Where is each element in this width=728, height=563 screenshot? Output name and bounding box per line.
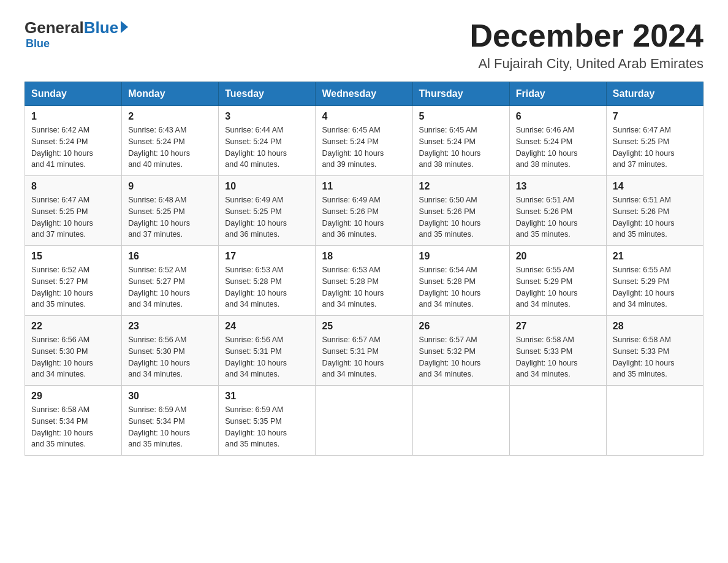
logo-arrow-icon xyxy=(121,21,128,33)
calendar-week-row: 1 Sunrise: 6:42 AM Sunset: 5:24 PM Dayli… xyxy=(25,106,703,176)
calendar-cell xyxy=(316,386,412,456)
calendar-cell: 11 Sunrise: 6:49 AM Sunset: 5:26 PM Dayl… xyxy=(316,176,412,246)
logo: General Blue Blue xyxy=(25,18,128,50)
day-info: Sunrise: 6:51 AM Sunset: 5:26 PM Dayligh… xyxy=(516,194,600,240)
day-info: Sunrise: 6:56 AM Sunset: 5:30 PM Dayligh… xyxy=(31,334,115,380)
day-number: 16 xyxy=(128,251,212,262)
day-number: 19 xyxy=(419,251,503,262)
calendar-cell: 31 Sunrise: 6:59 AM Sunset: 5:35 PM Dayl… xyxy=(219,386,316,456)
calendar-cell: 2 Sunrise: 6:43 AM Sunset: 5:24 PM Dayli… xyxy=(122,106,219,176)
column-header-tuesday: Tuesday xyxy=(219,82,316,106)
calendar-header-row: SundayMondayTuesdayWednesdayThursdayFrid… xyxy=(25,82,703,106)
column-header-wednesday: Wednesday xyxy=(316,82,412,106)
day-info: Sunrise: 6:45 AM Sunset: 5:24 PM Dayligh… xyxy=(419,124,503,170)
day-info: Sunrise: 6:55 AM Sunset: 5:29 PM Dayligh… xyxy=(516,264,600,310)
day-number: 2 xyxy=(128,111,212,122)
calendar-cell: 3 Sunrise: 6:44 AM Sunset: 5:24 PM Dayli… xyxy=(219,106,316,176)
day-number: 27 xyxy=(516,321,600,332)
calendar-cell: 1 Sunrise: 6:42 AM Sunset: 5:24 PM Dayli… xyxy=(25,106,122,176)
location-title: Al Fujairah City, United Arab Emirates xyxy=(469,56,703,72)
day-number: 1 xyxy=(31,111,115,122)
calendar-cell: 7 Sunrise: 6:47 AM Sunset: 5:25 PM Dayli… xyxy=(606,106,703,176)
calendar-cell: 17 Sunrise: 6:53 AM Sunset: 5:28 PM Dayl… xyxy=(219,246,316,316)
day-info: Sunrise: 6:48 AM Sunset: 5:25 PM Dayligh… xyxy=(128,194,212,240)
calendar-cell: 13 Sunrise: 6:51 AM Sunset: 5:26 PM Dayl… xyxy=(509,176,606,246)
day-info: Sunrise: 6:42 AM Sunset: 5:24 PM Dayligh… xyxy=(31,124,115,170)
day-number: 31 xyxy=(225,391,309,402)
day-info: Sunrise: 6:58 AM Sunset: 5:33 PM Dayligh… xyxy=(613,334,697,380)
logo-subtitle: Blue xyxy=(26,37,50,50)
calendar-cell: 12 Sunrise: 6:50 AM Sunset: 5:26 PM Dayl… xyxy=(412,176,509,246)
calendar-cell: 8 Sunrise: 6:47 AM Sunset: 5:25 PM Dayli… xyxy=(25,176,122,246)
day-number: 7 xyxy=(613,111,697,122)
day-number: 20 xyxy=(516,251,600,262)
calendar-table: SundayMondayTuesdayWednesdayThursdayFrid… xyxy=(25,82,703,456)
day-number: 3 xyxy=(225,111,309,122)
day-info: Sunrise: 6:46 AM Sunset: 5:24 PM Dayligh… xyxy=(516,124,600,170)
day-info: Sunrise: 6:49 AM Sunset: 5:26 PM Dayligh… xyxy=(322,194,406,240)
day-info: Sunrise: 6:54 AM Sunset: 5:28 PM Dayligh… xyxy=(419,264,503,310)
day-number: 14 xyxy=(613,181,697,192)
day-number: 22 xyxy=(31,321,115,332)
column-header-saturday: Saturday xyxy=(606,82,703,106)
title-block: December 2024 Al Fujairah City, United A… xyxy=(469,18,703,72)
day-number: 17 xyxy=(225,251,309,262)
day-info: Sunrise: 6:51 AM Sunset: 5:26 PM Dayligh… xyxy=(613,194,697,240)
day-info: Sunrise: 6:50 AM Sunset: 5:26 PM Dayligh… xyxy=(419,194,503,240)
day-number: 21 xyxy=(613,251,697,262)
day-info: Sunrise: 6:49 AM Sunset: 5:25 PM Dayligh… xyxy=(225,194,309,240)
calendar-cell xyxy=(509,386,606,456)
day-number: 9 xyxy=(128,181,212,192)
calendar-cell: 24 Sunrise: 6:56 AM Sunset: 5:31 PM Dayl… xyxy=(219,316,316,386)
day-info: Sunrise: 6:53 AM Sunset: 5:28 PM Dayligh… xyxy=(225,264,309,310)
calendar-cell: 29 Sunrise: 6:58 AM Sunset: 5:34 PM Dayl… xyxy=(25,386,122,456)
calendar-cell: 20 Sunrise: 6:55 AM Sunset: 5:29 PM Dayl… xyxy=(509,246,606,316)
column-header-sunday: Sunday xyxy=(25,82,122,106)
calendar-week-row: 29 Sunrise: 6:58 AM Sunset: 5:34 PM Dayl… xyxy=(25,386,703,456)
column-header-thursday: Thursday xyxy=(412,82,509,106)
calendar-week-row: 22 Sunrise: 6:56 AM Sunset: 5:30 PM Dayl… xyxy=(25,316,703,386)
day-number: 15 xyxy=(31,251,115,262)
day-number: 24 xyxy=(225,321,309,332)
logo-general: General xyxy=(25,18,84,37)
day-info: Sunrise: 6:43 AM Sunset: 5:24 PM Dayligh… xyxy=(128,124,212,170)
day-number: 23 xyxy=(128,321,212,332)
calendar-cell: 15 Sunrise: 6:52 AM Sunset: 5:27 PM Dayl… xyxy=(25,246,122,316)
page-header: General Blue Blue December 2024 Al Fujai… xyxy=(25,18,703,72)
day-info: Sunrise: 6:47 AM Sunset: 5:25 PM Dayligh… xyxy=(31,194,115,240)
day-info: Sunrise: 6:59 AM Sunset: 5:34 PM Dayligh… xyxy=(128,404,212,450)
calendar-cell: 18 Sunrise: 6:53 AM Sunset: 5:28 PM Dayl… xyxy=(316,246,412,316)
day-info: Sunrise: 6:58 AM Sunset: 5:33 PM Dayligh… xyxy=(516,334,600,380)
calendar-cell: 9 Sunrise: 6:48 AM Sunset: 5:25 PM Dayli… xyxy=(122,176,219,246)
day-info: Sunrise: 6:57 AM Sunset: 5:32 PM Dayligh… xyxy=(419,334,503,380)
day-info: Sunrise: 6:52 AM Sunset: 5:27 PM Dayligh… xyxy=(128,264,212,310)
logo-text: General Blue xyxy=(25,18,128,37)
day-number: 28 xyxy=(613,321,697,332)
calendar-cell xyxy=(606,386,703,456)
day-info: Sunrise: 6:53 AM Sunset: 5:28 PM Dayligh… xyxy=(322,264,406,310)
day-number: 25 xyxy=(322,321,406,332)
calendar-cell: 5 Sunrise: 6:45 AM Sunset: 5:24 PM Dayli… xyxy=(412,106,509,176)
day-number: 11 xyxy=(322,181,406,192)
calendar-cell: 22 Sunrise: 6:56 AM Sunset: 5:30 PM Dayl… xyxy=(25,316,122,386)
calendar-cell: 28 Sunrise: 6:58 AM Sunset: 5:33 PM Dayl… xyxy=(606,316,703,386)
month-title: December 2024 xyxy=(469,18,703,53)
calendar-cell: 19 Sunrise: 6:54 AM Sunset: 5:28 PM Dayl… xyxy=(412,246,509,316)
day-number: 10 xyxy=(225,181,309,192)
column-header-monday: Monday xyxy=(122,82,219,106)
calendar-cell: 23 Sunrise: 6:56 AM Sunset: 5:30 PM Dayl… xyxy=(122,316,219,386)
day-info: Sunrise: 6:52 AM Sunset: 5:27 PM Dayligh… xyxy=(31,264,115,310)
calendar-cell: 21 Sunrise: 6:55 AM Sunset: 5:29 PM Dayl… xyxy=(606,246,703,316)
calendar-cell: 4 Sunrise: 6:45 AM Sunset: 5:24 PM Dayli… xyxy=(316,106,412,176)
calendar-cell: 27 Sunrise: 6:58 AM Sunset: 5:33 PM Dayl… xyxy=(509,316,606,386)
day-info: Sunrise: 6:45 AM Sunset: 5:24 PM Dayligh… xyxy=(322,124,406,170)
calendar-cell: 25 Sunrise: 6:57 AM Sunset: 5:31 PM Dayl… xyxy=(316,316,412,386)
day-info: Sunrise: 6:56 AM Sunset: 5:30 PM Dayligh… xyxy=(128,334,212,380)
calendar-cell: 14 Sunrise: 6:51 AM Sunset: 5:26 PM Dayl… xyxy=(606,176,703,246)
day-number: 4 xyxy=(322,111,406,122)
day-info: Sunrise: 6:47 AM Sunset: 5:25 PM Dayligh… xyxy=(613,124,697,170)
day-info: Sunrise: 6:59 AM Sunset: 5:35 PM Dayligh… xyxy=(225,404,309,450)
day-info: Sunrise: 6:56 AM Sunset: 5:31 PM Dayligh… xyxy=(225,334,309,380)
day-info: Sunrise: 6:58 AM Sunset: 5:34 PM Dayligh… xyxy=(31,404,115,450)
day-info: Sunrise: 6:44 AM Sunset: 5:24 PM Dayligh… xyxy=(225,124,309,170)
